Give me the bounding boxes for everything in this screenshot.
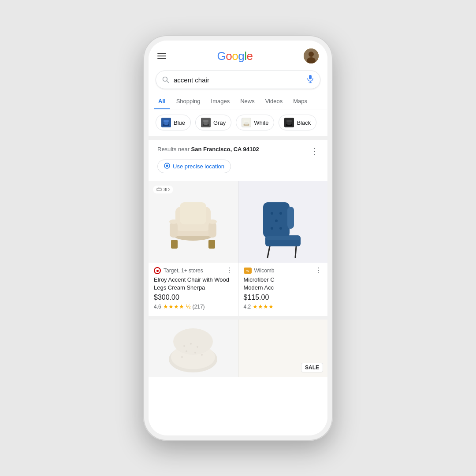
svg-point-55 — [197, 346, 198, 348]
swatch-white — [242, 118, 251, 127]
tab-news[interactable]: News — [236, 93, 259, 109]
products-grid: 3D Target, 1+ stores ⋮ Elroy — [149, 181, 327, 316]
target-circle-icon — [164, 163, 170, 170]
product2-more-options[interactable]: ⋮ — [315, 267, 322, 274]
store-name-2: W Wilcomb — [244, 268, 275, 274]
svg-rect-14 — [204, 121, 208, 125]
products-section: 3D Target, 1+ stores ⋮ Elroy — [149, 181, 327, 435]
tab-all[interactable]: All — [154, 93, 170, 109]
svg-line-37 — [268, 246, 270, 257]
svg-point-56 — [186, 350, 187, 352]
svg-text:W: W — [246, 269, 249, 272]
logo-e: e — [246, 49, 253, 63]
stars-1: ★★★★ — [163, 303, 184, 310]
svg-point-53 — [183, 345, 185, 347]
rating-value-1: 4.6 — [154, 304, 161, 310]
location-more-options[interactable]: ⋮ — [311, 146, 319, 156]
location-city: San Francisco, CA 94102 — [191, 146, 259, 152]
chip-gray-label: Gray — [213, 119, 226, 126]
svg-point-25 — [166, 165, 168, 167]
logo-g: G — [217, 49, 226, 63]
product-image-2 — [238, 181, 328, 263]
results-near-label: Results near — [157, 146, 191, 152]
product-card-1[interactable]: 3D Target, 1+ stores ⋮ Elroy — [149, 181, 238, 316]
chair2-svg — [257, 185, 309, 260]
tab-maps[interactable]: Maps — [289, 93, 312, 109]
svg-rect-26 — [171, 240, 178, 249]
swatch-gray — [201, 118, 211, 127]
screen-content: Google — [149, 41, 327, 435]
tab-images[interactable]: Images — [207, 93, 234, 109]
product-row-2: SALE — [149, 320, 327, 377]
chip-blue-label: Blue — [174, 119, 185, 126]
logo-g2: g — [238, 49, 244, 63]
rating-row-1: 4.6 ★★★★½ (217) — [154, 303, 233, 310]
mic-icon[interactable] — [307, 74, 314, 85]
svg-rect-19 — [244, 120, 249, 122]
stars-2: ★★★★ — [253, 303, 274, 310]
hamburger-menu-icon[interactable] — [157, 53, 166, 59]
svg-point-41 — [271, 212, 273, 215]
svg-rect-47 — [266, 236, 300, 240]
chair1-svg — [160, 189, 226, 255]
product-info-1: Target, 1+ stores ⋮ Elroy Accent Chair w… — [149, 263, 238, 316]
svg-point-52 — [173, 328, 213, 355]
review-count-1: (217) — [193, 304, 205, 310]
svg-point-43 — [275, 219, 278, 222]
svg-point-34 — [169, 219, 178, 224]
avatar[interactable] — [304, 48, 319, 63]
svg-point-54 — [190, 343, 192, 345]
logo-o2: o — [232, 49, 238, 63]
product-price-2: $115.00 — [244, 294, 323, 301]
svg-line-38 — [295, 246, 296, 257]
store-label-2: Wilcomb — [254, 268, 275, 274]
search-bar[interactable]: accent chair — [156, 71, 320, 89]
svg-point-59 — [201, 354, 203, 356]
product-info-2: W Wilcomb ⋮ Microfiber CModern Acc $115.… — [238, 263, 328, 316]
location-text: Results near San Francisco, CA 94102 — [157, 146, 259, 152]
product-card-2[interactable]: W Wilcomb ⋮ Microfiber CModern Acc $115.… — [238, 181, 328, 316]
precise-location-label: Use precise location — [173, 163, 224, 170]
section-divider — [149, 136, 327, 139]
product1-more-options[interactable]: ⋮ — [226, 267, 233, 274]
svg-rect-36 — [157, 188, 161, 191]
chip-white[interactable]: White — [236, 115, 274, 130]
store-row-2: W Wilcomb ⋮ — [244, 267, 323, 274]
chip-gray[interactable]: Gray — [195, 115, 231, 130]
svg-point-42 — [279, 212, 282, 215]
tab-shopping[interactable]: Shopping — [172, 93, 205, 109]
phone-screen: Google — [149, 41, 327, 435]
svg-rect-15 — [203, 120, 208, 122]
rating-value-2: 4.2 — [244, 304, 251, 310]
search-icon — [162, 76, 169, 83]
svg-rect-5 — [309, 75, 312, 79]
chip-black[interactable]: Black — [279, 115, 316, 130]
svg-rect-46 — [287, 207, 294, 229]
product-title-2: Microfiber CModern Acc — [244, 276, 323, 292]
svg-point-57 — [194, 352, 196, 353]
product-title-1: Elroy Accent Chair with Wood Legs Cream … — [154, 276, 233, 292]
product-card-4[interactable]: SALE — [238, 320, 328, 377]
precise-location-button[interactable]: Use precise location — [157, 160, 231, 173]
svg-point-44 — [271, 227, 273, 230]
chip-black-label: Black — [297, 119, 311, 126]
product-card-3[interactable] — [149, 320, 238, 377]
chip-blue[interactable]: Blue — [156, 115, 191, 130]
location-bar: Results near San Francisco, CA 94102 ⋮ U… — [149, 139, 327, 178]
search-input[interactable]: accent chair — [174, 76, 302, 84]
svg-point-58 — [181, 356, 183, 358]
sale-badge: SALE — [301, 363, 323, 372]
svg-rect-27 — [208, 240, 215, 249]
swatch-black — [284, 118, 294, 127]
header: Google — [149, 41, 327, 68]
google-logo: Google — [217, 49, 253, 63]
product-row-divider — [149, 316, 327, 320]
logo-o1: o — [226, 49, 232, 63]
search-bar-wrap: accent chair — [149, 68, 327, 93]
store-row-1: Target, 1+ stores ⋮ — [154, 267, 233, 274]
svg-point-35 — [208, 219, 217, 224]
svg-rect-10 — [164, 121, 168, 125]
svg-rect-32 — [170, 222, 178, 238]
product-price-1: $300.00 — [154, 294, 233, 301]
tab-videos[interactable]: Videos — [261, 93, 287, 109]
